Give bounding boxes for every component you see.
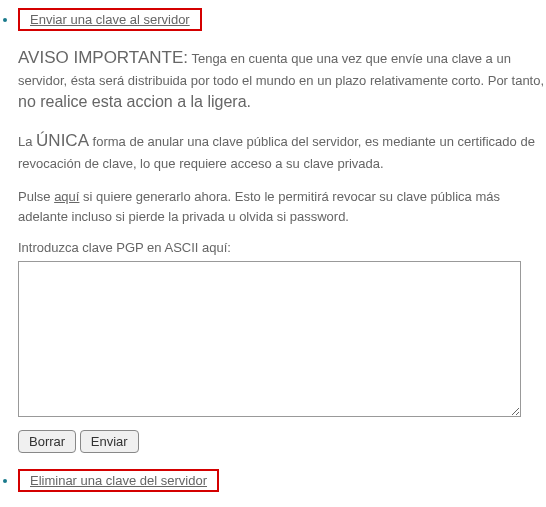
submit-button[interactable]: Enviar (80, 430, 139, 453)
send-key-link[interactable]: Enviar una clave al servidor (30, 12, 190, 27)
highlight-box: Eliminar una clave del servidor (18, 469, 219, 492)
generate-post: si quiere generarlo ahora. Esto le permi… (18, 189, 500, 224)
generate-link[interactable]: aquí (54, 189, 79, 204)
unique-pre: La (18, 134, 36, 149)
notice-paragraph: AVISO IMPORTANTE: Tenga en cuenta que un… (18, 45, 546, 114)
pgp-key-textarea[interactable] (18, 261, 521, 417)
list-item-delete-key: Eliminar una clave del servidor (18, 469, 546, 492)
list-item-send-key: Enviar una clave al servidor AVISO IMPOR… (18, 8, 546, 453)
unique-post: forma de anular una clave pública del se… (18, 134, 535, 171)
notice-strong: no realice esta accion a la ligera. (18, 93, 251, 110)
generate-paragraph: Pulse aquí si quiere generarlo ahora. Es… (18, 187, 546, 226)
unique-word: ÚNICA (36, 131, 89, 150)
textarea-label: Introduzca clave PGP en ASCII aquí: (18, 240, 546, 255)
highlight-box: Enviar una clave al servidor (18, 8, 202, 31)
notice-heading: AVISO IMPORTANTE: (18, 48, 188, 67)
unique-paragraph: La ÚNICA forma de anular una clave públi… (18, 128, 546, 173)
generate-pre: Pulse (18, 189, 54, 204)
clear-button[interactable]: Borrar (18, 430, 76, 453)
delete-key-link[interactable]: Eliminar una clave del servidor (30, 473, 207, 488)
